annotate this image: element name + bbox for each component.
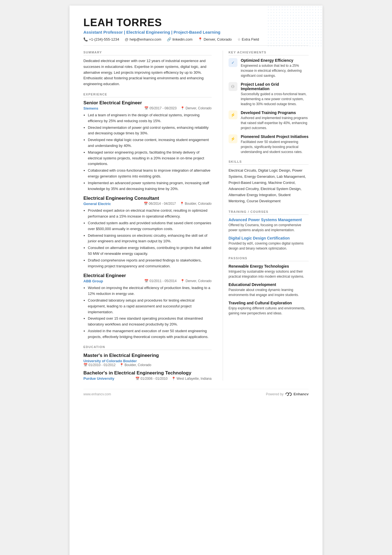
course-1-desc: Offered by Coursera, focusing on compreh…	[229, 223, 309, 233]
job-2-company: General Electric	[83, 202, 111, 206]
email-icon: @	[125, 37, 128, 41]
job-2-header: General Electric 📅 06/2014 - 04/2017 📍 B…	[83, 202, 212, 207]
achievement-1: ✓ Optimized Energy Efficiency Engineered…	[229, 58, 309, 78]
job-3-meta: 📅 01/2011 - 05/2014 📍 Denver, Colorado	[144, 279, 212, 283]
job-1-bullets: Led a team of engineers in the design of…	[83, 112, 212, 192]
achievement-4-desc: Facilitated over 50 student engineering …	[241, 139, 309, 154]
achievement-4-title: Pioneered Student Project Initiatives	[241, 134, 309, 139]
course-2-desc: Provided by edX, covering complex digita…	[229, 241, 309, 251]
job-3-dates: 📅 01/2011 - 05/2014	[144, 279, 177, 283]
skills-label: SKILLS	[229, 160, 309, 165]
course-1-title: Advanced Power Systems Management	[229, 218, 309, 222]
edu-1: Master's in Electrical Engineering Unive…	[83, 353, 212, 367]
passion-2-title: Educational Development	[229, 282, 309, 287]
job-3-location: 📍 Denver, Colorado	[180, 279, 212, 283]
achievement-4-content: Pioneered Student Project Initiatives Fa…	[241, 134, 309, 154]
list-item: Delivered training sessions on electroni…	[88, 233, 212, 245]
job-2-dates: 📅 06/2014 - 04/2017	[144, 202, 176, 206]
list-item: Developed over 15 new standard operating…	[88, 316, 212, 327]
email-contact: @ help@enhancv.com	[125, 37, 161, 41]
enhancv-logo-icon	[285, 392, 292, 396]
list-item: Coordinated laboratory setups and proced…	[88, 298, 212, 315]
edu-1-school: University of Colorado Boulder	[83, 359, 212, 363]
edu-1-location: 📍 Boulder, Colorado	[120, 363, 151, 367]
achievement-2-desc: Successfully guided a cross-functional t…	[241, 92, 309, 107]
achievement-1-title: Optimized Energy Efficiency	[241, 58, 309, 63]
achievement-2-title: Project Lead on Grid Implementation	[241, 82, 309, 91]
achievement-3-desc: Authored and implemented training progra…	[241, 115, 309, 130]
job-2-location: 📍 Boulder, Colorado	[180, 202, 212, 206]
skills-text: Electrical Circuits, Digital Logic Desig…	[229, 167, 309, 204]
list-item: Implemented an advanced power systems tr…	[88, 180, 212, 192]
job-1-company: Siemens	[83, 106, 98, 110]
right-column: KEY ACHIEVEMENTS ✓ Optimized Energy Effi…	[223, 51, 309, 381]
job-1-header: Siemens 📅 05/2017 - 08/2023 📍 Denver, Co…	[83, 106, 212, 112]
achievement-3: ⚡ Developed Training Programs Authored a…	[229, 110, 309, 130]
passions-label: PASSIONS	[229, 256, 309, 261]
list-item: Drafted comprehensive reports and presen…	[88, 258, 212, 269]
phone-value: +1-(234)-555-1234	[89, 37, 119, 41]
passion-3-title: Traveling and Cultural Exploration	[229, 301, 309, 305]
list-item: Developed new digital logic course conte…	[88, 137, 212, 149]
passion-1-desc: Intrigued by sustainable energy solution…	[229, 269, 309, 279]
extra-contact: ☆ Extra Field	[237, 37, 259, 41]
passion-3: Traveling and Cultural Exploration Enjoy…	[229, 301, 309, 316]
job-2-title: Electrical Engineering Consultant	[83, 196, 212, 201]
edu-2: Bachelor's in Electrical Engineering Tec…	[83, 370, 212, 381]
passion-3-desc: Enjoy exploring different cultures and e…	[229, 306, 309, 316]
location-icon: 📍	[198, 37, 202, 41]
achievement-2-content: Project Lead on Grid Implementation Succ…	[241, 82, 309, 107]
list-item: Collaborated with cross-functional teams…	[88, 168, 212, 179]
edu-2-school: Purdue University	[83, 376, 114, 381]
job-1: Senior Electrical Engineer Siemens 📅 05/…	[83, 100, 212, 192]
job-3-company: ABB Group	[83, 279, 103, 283]
phone-icon: 📞	[83, 37, 88, 41]
list-item: Managed senior engineering projects, fac…	[88, 150, 212, 167]
email-value: help@enhancv.com	[130, 37, 161, 41]
list-item: Provided expert advice on electrical mac…	[88, 208, 212, 219]
list-item: Assisted in the management and execution…	[88, 328, 212, 340]
achievement-4: ⚡ Pioneered Student Project Initiatives …	[229, 134, 309, 154]
brand-name: Enhancv	[294, 392, 309, 396]
edu-2-location: 📍 West Lafayette, Indiana	[172, 377, 212, 381]
job-3-header: ABB Group 📅 01/2011 - 05/2014 📍 Denver, …	[83, 279, 212, 285]
course-1: Advanced Power Systems Management Offere…	[229, 218, 309, 233]
job-1-meta: 📅 05/2017 - 08/2023 📍 Denver, Colorado	[144, 106, 212, 110]
summary-label: SUMMARY	[83, 51, 212, 55]
phone-contact: 📞 +1-(234)-555-1234	[83, 37, 119, 41]
achievement-2: ⚇ Project Lead on Grid Implementation Su…	[229, 82, 309, 107]
footer-brand: Powered by Enhancv	[266, 392, 309, 396]
list-item: Consulted on alternative energy initiati…	[88, 245, 212, 257]
achievements-label: KEY ACHIEVEMENTS	[229, 51, 309, 55]
passion-1: Renewable Energy Technologies Intrigued …	[229, 264, 309, 279]
course-2-title: Digital Logic Design Certification	[229, 236, 309, 240]
edu-1-degree: Master's in Electrical Engineering	[83, 353, 212, 358]
job-2: Electrical Engineering Consultant Genera…	[83, 196, 212, 269]
job-1-title: Senior Electrical Engineer	[83, 100, 212, 106]
job-1-dates: 📅 05/2017 - 08/2023	[144, 106, 177, 110]
passion-2: Educational Development Passionate about…	[229, 282, 309, 297]
list-item: Led a team of engineers in the design of…	[88, 112, 212, 124]
list-item: Worked on improving the electrical effic…	[88, 285, 212, 297]
footer-website: www.enhancv.com	[83, 392, 111, 396]
extra-value: Extra Field	[242, 37, 259, 41]
main-content: SUMMARY Dedicated electrical engineer wi…	[83, 51, 309, 381]
passion-2-desc: Passionate about creating dynamic learni…	[229, 287, 309, 297]
edu-2-dates: 📅 01/2006 - 01/2010	[135, 377, 168, 381]
powered-by-text: Powered by	[266, 392, 283, 396]
resume-document: LEAH TORRES Assistant Professor | Electr…	[70, 6, 322, 555]
svg-rect-1	[267, 6, 322, 47]
achievement-1-content: Optimized Energy Efficiency Engineered a…	[241, 58, 309, 78]
achievement-1-desc: Engineered a solution that led to a 25% …	[241, 63, 309, 78]
job-3: Electrical Engineer ABB Group 📅 01/2011 …	[83, 273, 212, 340]
location-contact: 📍 Denver, Colorado	[198, 37, 232, 41]
job-2-meta: 📅 06/2014 - 04/2017 📍 Boulder, Colorado	[144, 202, 212, 206]
education-label: EDUCATION	[83, 345, 212, 350]
website-value: linkedin.com	[172, 37, 192, 41]
link-icon: 🔗	[167, 37, 171, 41]
footer: www.enhancv.com Powered by Enhancv	[83, 389, 309, 396]
course-2: Digital Logic Design Certification Provi…	[229, 236, 309, 251]
job-1-location: 📍 Denver, Colorado	[180, 106, 212, 110]
courses-label: TRAINING / COURSES	[229, 210, 309, 215]
achievement-3-content: Developed Training Programs Authored and…	[241, 110, 309, 130]
